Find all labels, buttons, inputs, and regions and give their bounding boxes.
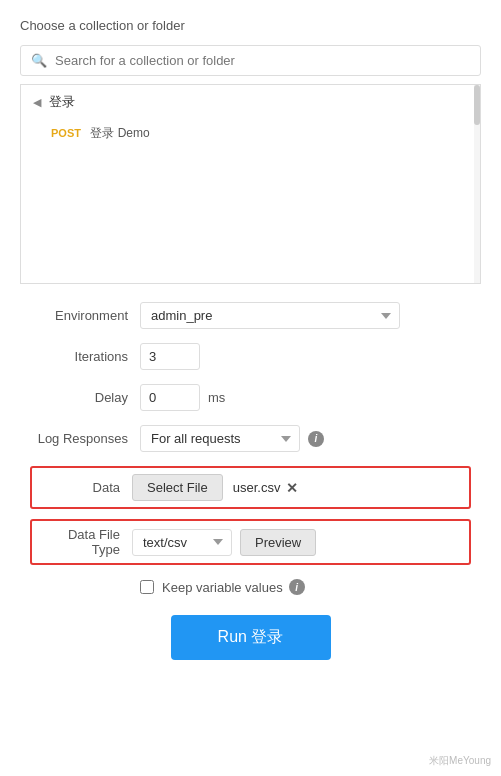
search-input[interactable] (55, 53, 470, 68)
environment-row: Environment admin_pre production staging… (30, 302, 471, 329)
log-responses-info-icon[interactable]: i (308, 431, 324, 447)
keep-variable-info-icon[interactable]: i (289, 579, 305, 595)
environment-select[interactable]: admin_pre production staging local (140, 302, 400, 329)
delay-label: Delay (30, 390, 140, 405)
method-badge: POST (51, 127, 81, 139)
ms-unit: ms (208, 390, 225, 405)
scrollbar-track (474, 85, 480, 283)
file-type-select[interactable]: text/csv application/json (132, 529, 232, 556)
environment-control: admin_pre production staging local (140, 302, 471, 329)
search-icon: 🔍 (31, 53, 47, 68)
iterations-control (140, 343, 471, 370)
log-responses-control: For all requests None On error i (140, 425, 471, 452)
select-file-button[interactable]: Select File (132, 474, 223, 501)
log-responses-select[interactable]: For all requests None On error (140, 425, 300, 452)
folder-name: 登录 (49, 93, 75, 111)
request-name: 登录 Demo (90, 126, 149, 140)
tree-item-denglu[interactable]: ◀ 登录 (21, 85, 480, 119)
keep-variable-row: Keep variable values i (30, 579, 471, 595)
run-form: Environment admin_pre production staging… (20, 302, 481, 660)
collection-tree: ◀ 登录 POST 登录 Demo (20, 84, 481, 284)
dialog-title: Choose a collection or folder (20, 18, 481, 33)
keep-variable-label: Keep variable values (162, 580, 283, 595)
data-file-type-label: Data File Type (42, 527, 132, 557)
file-name: user.csv (233, 480, 281, 495)
preview-button[interactable]: Preview (240, 529, 316, 556)
delay-input[interactable] (140, 384, 200, 411)
iterations-input[interactable] (140, 343, 200, 370)
scrollbar-thumb[interactable] (474, 85, 480, 125)
post-item-demo[interactable]: POST 登录 Demo (21, 119, 480, 148)
iterations-row: Iterations (30, 343, 471, 370)
data-label: Data (42, 480, 132, 495)
keep-variable-checkbox[interactable] (140, 580, 154, 594)
environment-label: Environment (30, 308, 140, 323)
data-row-inner: Data Select File user.csv ✕ (42, 474, 459, 501)
delay-control: ms (140, 384, 471, 411)
run-button[interactable]: Run 登录 (171, 615, 331, 660)
data-row-box: Data Select File user.csv ✕ (30, 466, 471, 509)
collapse-arrow-icon: ◀ (33, 96, 41, 109)
iterations-label: Iterations (30, 349, 140, 364)
search-box[interactable]: 🔍 (20, 45, 481, 76)
log-responses-label: Log Responses (30, 431, 140, 446)
delay-row: Delay ms (30, 384, 471, 411)
close-file-icon[interactable]: ✕ (286, 480, 298, 496)
data-file-type-row-box: Data File Type text/csv application/json… (30, 519, 471, 565)
data-file-type-inner: Data File Type text/csv application/json… (42, 527, 459, 557)
watermark: 米阳MeYoung (429, 754, 491, 768)
log-responses-row: Log Responses For all requests None On e… (30, 425, 471, 452)
